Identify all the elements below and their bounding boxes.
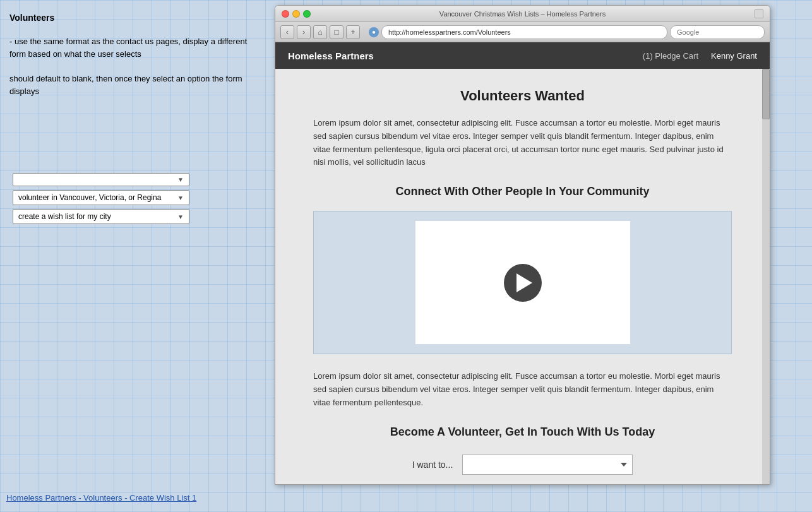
play-button[interactable]: [504, 264, 542, 302]
volunteer-heading: Become A Volunteer, Get In Touch With Us…: [313, 426, 732, 439]
community-heading: Connect With Other People In Your Commun…: [313, 185, 732, 198]
scrollbar-track: [762, 69, 770, 485]
annotation-panel: Volunteers - use the same format as the …: [0, 0, 270, 512]
dropdown-volunteer[interactable]: volunteer in Vancouver, Victoria, or Reg…: [13, 190, 189, 205]
plus-button[interactable]: +: [346, 25, 360, 39]
site-navbar: Homeless Partners (1) Pledge Cart Kenny …: [275, 42, 770, 69]
chevron-down-icon: ▼: [177, 213, 184, 220]
scrollbar-thumb[interactable]: [762, 69, 770, 119]
community-paragraph: Lorem ipsum dolor sit amet, consectetur …: [313, 370, 732, 409]
browser-titlebar: Vancouver Christmas Wish Lists – Homeles…: [275, 6, 770, 22]
browser-toolbar: ‹ › ⌂ □ + ●: [275, 22, 770, 42]
annotation-note2: should default to blank, then once they …: [9, 73, 261, 97]
back-button[interactable]: ‹: [280, 25, 294, 39]
video-container: [313, 211, 732, 354]
site-nav-right: (1) Pledge Cart Kenny Grant: [643, 51, 757, 61]
home-button[interactable]: ⌂: [313, 25, 327, 39]
chevron-down-icon: ▼: [177, 176, 184, 183]
user-name-link[interactable]: Kenny Grant: [711, 51, 757, 61]
pledge-cart-link[interactable]: (1) Pledge Cart: [643, 51, 698, 61]
window-controls: [282, 10, 311, 18]
site-brand[interactable]: Homeless Partners: [288, 51, 374, 61]
dropdown-options-list: ▼ volunteer in Vancouver, Victoria, or R…: [13, 173, 261, 224]
browser-window: Vancouver Christmas Wish Lists – Homeles…: [275, 5, 770, 485]
bottom-link[interactable]: Homeless Partners - Volunteers - Create …: [6, 493, 196, 503]
form-label: I want to...: [412, 460, 453, 470]
annotation-note1: - use the same format as the contact us …: [9, 35, 261, 60]
bookmark-button[interactable]: □: [330, 25, 343, 39]
close-button[interactable]: [282, 10, 289, 18]
browser-page-title: Vancouver Christmas Wish Lists – Homeles…: [439, 10, 606, 18]
expand-icon[interactable]: [755, 9, 763, 18]
dropdown-blank[interactable]: ▼: [13, 173, 189, 186]
dropdown-wish-list[interactable]: create a wish list for my city ▼: [13, 209, 189, 224]
maximize-button[interactable]: [303, 10, 311, 18]
globe-icon: ●: [369, 27, 379, 37]
page-heading: Volunteers Wanted: [313, 88, 732, 104]
dropdown-volunteer-label: volunteer in Vancouver, Victoria, or Reg…: [18, 193, 161, 202]
volunteer-form-row: I want to... volunteer in Vancouver, Vic…: [313, 455, 732, 475]
site-content: Volunteers Wanted Lorem ipsum dolor sit …: [275, 69, 770, 485]
intro-paragraph: Lorem ipsum dolor sit amet, consectetur …: [313, 117, 732, 169]
forward-button[interactable]: ›: [297, 25, 311, 39]
search-input[interactable]: [670, 25, 765, 39]
url-bar[interactable]: [381, 25, 667, 39]
volunteer-select[interactable]: volunteer in Vancouver, Victoria, or Reg…: [462, 455, 633, 475]
dropdown-wish-list-label: create a wish list for my city: [18, 212, 111, 221]
chevron-down-icon: ▼: [177, 194, 184, 201]
annotation-title: Volunteers: [9, 13, 261, 23]
play-icon: [516, 273, 532, 292]
video-player[interactable]: [415, 221, 630, 344]
minimize-button[interactable]: [292, 10, 300, 18]
